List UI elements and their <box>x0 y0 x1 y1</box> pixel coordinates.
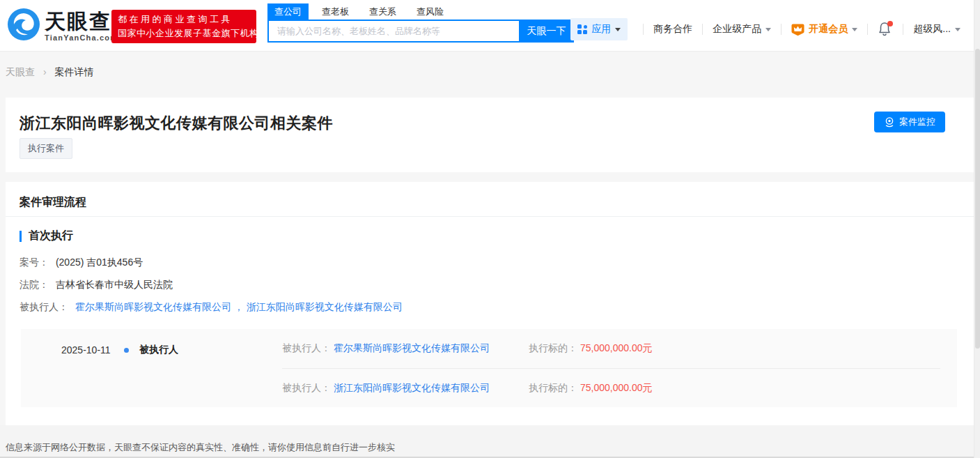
search-button[interactable]: 天眼一下 <box>519 20 574 43</box>
logo-brand-text: 天眼查 <box>45 10 118 33</box>
site-header: 天眼查 TianYanCha.com 都在用的商业查询工具 国家中小企业发展子基… <box>0 0 980 52</box>
scrollbar-thumb[interactable] <box>975 49 980 349</box>
case-monitor-button[interactable]: 案件监控 <box>874 112 945 132</box>
defendants-separator: ， <box>234 301 244 312</box>
case-monitor-label: 案件监控 <box>899 116 935 128</box>
crown-icon <box>791 24 804 36</box>
court-label: 法院： <box>20 279 49 290</box>
row-amount-value: 75,000,000.00元 <box>580 342 653 355</box>
stage-title: 首次执行 <box>29 229 73 243</box>
breadcrumb-current: 案件详情 <box>54 66 93 77</box>
apps-menu-label: 应用 <box>591 23 611 36</box>
timeline-dot-icon <box>124 348 129 353</box>
search-tab-relation[interactable]: 查关系 <box>362 3 403 20</box>
timeline-date: 2025-10-11 <box>61 344 111 356</box>
case-number-value: (2025) 吉01执456号 <box>56 257 143 268</box>
row-defendant-label: 被执行人： <box>282 382 331 395</box>
row-defendant-company-link[interactable]: 霍尔果斯尚晖影视文化传媒有限公司 <box>334 342 490 355</box>
page-footer: 信息来源于网络公开数据，天眼查不保证内容的真实性、准确性，请你使用信息前自行进一… <box>0 425 980 458</box>
nav-item-business-cooperation[interactable]: 商务合作 <box>653 23 692 36</box>
court-field: 法院： 吉林省长春市中级人民法院 <box>20 279 173 291</box>
enterprise-products-label: 企业级产品 <box>713 23 761 36</box>
stage-header: 首次执行 <box>20 229 73 243</box>
search-tab-company[interactable]: 查公司 <box>267 3 309 20</box>
header-nav: 应用 商务合作 企业级产品 开通会员 <box>570 17 960 41</box>
footer-disclaimer: 信息来源于网络公开数据，天眼查不保证内容的真实性、准确性，请你使用信息前自行进一… <box>6 441 395 454</box>
breadcrumb-separator: › <box>43 66 47 77</box>
row-amount-label: 执行标的： <box>529 382 577 395</box>
promo-banner: 都在用的商业查询工具 国家中小企业发展子基金旗下机构 <box>111 10 256 43</box>
timeline-detail-row: 被执行人： 霍尔果斯尚晖影视文化传媒有限公司 执行标的： 75,000,000.… <box>282 329 940 368</box>
case-title-card: 浙江东阳尚晖影视文化传媒有限公司相关案件 执行案件 案件监控 <box>6 98 974 172</box>
case-number-field: 案号： (2025) 吉01执456号 <box>20 257 143 269</box>
search-tabs: 查公司 查老板 查关系 查风险 <box>267 3 574 20</box>
notification-badge <box>887 21 893 26</box>
chevron-down-icon <box>615 28 621 31</box>
row-amount-value: 75,000,000.00元 <box>580 382 653 395</box>
app-grid-icon <box>577 24 587 34</box>
nav-divider <box>702 24 703 35</box>
case-number-label: 案号： <box>20 257 49 268</box>
row-defendant-company-link[interactable]: 浙江东阳尚晖影视文化传媒有限公司 <box>334 382 490 395</box>
defendants-field: 被执行人： 霍尔果斯尚晖影视文化传媒有限公司 ， 浙江东阳尚晖影视文化传媒有限公… <box>20 301 403 314</box>
nav-item-super-risk[interactable]: 超级风... <box>913 23 960 36</box>
timeline-event-title: 被执行人 <box>139 344 178 356</box>
nav-divider <box>781 24 781 35</box>
chevron-down-icon <box>765 28 771 31</box>
row-amount-label: 执行标的： <box>529 342 577 355</box>
defendant-company-link[interactable]: 霍尔果斯尚晖影视文化传媒有限公司 <box>75 301 231 312</box>
promo-banner-line2: 国家中小企业发展子基金旗下机构 <box>118 26 250 40</box>
stage-accent-bar <box>20 231 22 242</box>
court-value: 吉林省长春市中级人民法院 <box>56 279 173 290</box>
tianyancha-eye-icon <box>7 8 40 44</box>
page-title: 浙江东阳尚晖影视文化传媒有限公司相关案件 <box>20 113 333 134</box>
row-defendant-label: 被执行人： <box>282 342 331 355</box>
section-divider <box>6 216 974 217</box>
nav-divider <box>903 24 903 35</box>
chevron-down-icon <box>955 28 960 31</box>
search-tab-boss[interactable]: 查老板 <box>315 3 356 20</box>
logo-domain-text: TianYanCha.com <box>45 33 118 42</box>
defendant-company-link[interactable]: 浙江东阳尚晖影视文化传媒有限公司 <box>247 301 403 312</box>
search-tab-risk[interactable]: 查风险 <box>410 3 451 20</box>
timeline-entry: 2025-10-11 被执行人 被执行人： 霍尔果斯尚晖影视文化传媒有限公司 执… <box>21 329 957 407</box>
open-membership-label: 开通会员 <box>809 23 848 36</box>
case-type-tag: 执行案件 <box>20 138 72 159</box>
defendants-label: 被执行人： <box>20 301 68 312</box>
page-scrollbar[interactable] <box>974 0 980 458</box>
breadcrumb-home[interactable]: 天眼查 <box>6 66 35 77</box>
timeline-detail-row: 被执行人： 浙江东阳尚晖影视文化传媒有限公司 执行标的： 75,000,000.… <box>282 368 940 407</box>
nav-divider <box>867 24 868 35</box>
search-module: 查公司 查老板 查关系 查风险 天眼一下 <box>267 3 574 43</box>
breadcrumb: 天眼查 › 案件详情 <box>6 66 93 79</box>
tianyancha-logo[interactable]: 天眼查 TianYanCha.com <box>7 8 118 44</box>
apps-menu[interactable]: 应用 <box>570 18 628 40</box>
section-title: 案件审理流程 <box>20 195 86 210</box>
case-flow-card: 案件审理流程 首次执行 案号： (2025) 吉01执456号 法院： 吉林省长… <box>6 182 974 425</box>
chevron-down-icon <box>852 28 857 31</box>
monitor-camera-icon <box>884 116 895 128</box>
promo-banner-line1: 都在用的商业查询工具 <box>118 13 250 26</box>
nav-item-enterprise-products[interactable]: 企业级产品 <box>713 23 771 36</box>
nav-divider <box>643 24 644 35</box>
notifications-bell-icon[interactable] <box>878 22 893 37</box>
super-risk-label: 超级风... <box>913 23 951 36</box>
nav-item-open-membership[interactable]: 开通会员 <box>791 23 857 36</box>
search-input[interactable] <box>267 20 519 43</box>
